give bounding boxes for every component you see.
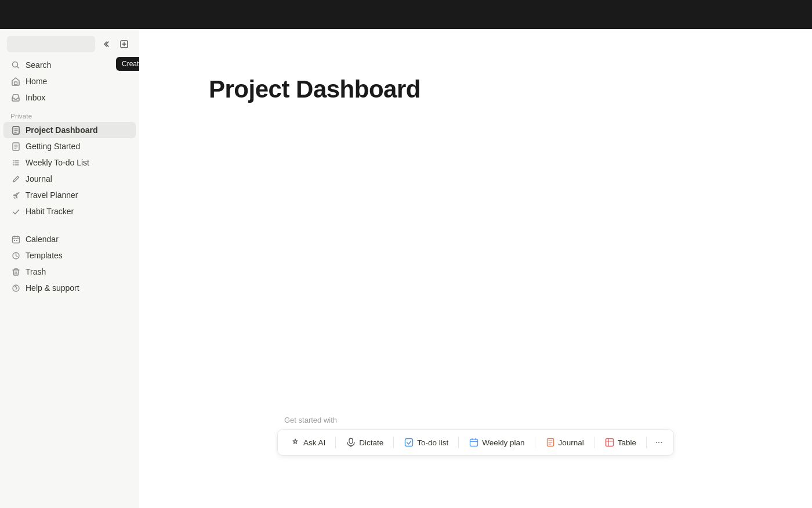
get-started-bar: Get started with Ask AI	[139, 416, 812, 462]
journal-label: Journal	[559, 438, 584, 447]
sidebar-item-trash-label: Trash	[26, 267, 46, 276]
app-container: Create a new page Search Home	[0, 29, 812, 508]
calendar-icon	[10, 234, 21, 244]
sidebar-item-travel-planner[interactable]: Travel Planner	[3, 187, 136, 203]
sidebar-item-help[interactable]: Help & support	[3, 280, 136, 296]
sidebar: Create a new page Search Home	[0, 29, 139, 508]
sidebar-item-habit-tracker-label: Habit Tracker	[26, 207, 74, 216]
quick-actions-toolbar: Ask AI Dictate	[277, 429, 674, 456]
new-page-tooltip: Create a new page	[116, 57, 139, 71]
inbox-icon	[10, 92, 21, 103]
table-button[interactable]: Table	[598, 433, 643, 452]
dictate-label: Dictate	[359, 438, 383, 447]
get-started-label: Get started with	[284, 416, 337, 424]
sidebar-item-inbox-label: Inbox	[26, 93, 45, 102]
svg-point-10	[15, 290, 16, 290]
table-label: Table	[618, 438, 636, 447]
sidebar-item-travel-planner-label: Travel Planner	[26, 190, 78, 200]
sidebar-item-habit-tracker[interactable]: Habit Tracker	[3, 203, 136, 219]
sidebar-item-help-label: Help & support	[26, 283, 79, 293]
svg-rect-11	[349, 438, 353, 444]
todo-list-label: To-do list	[417, 438, 448, 447]
sidebar-item-templates-label: Templates	[26, 251, 63, 260]
main-content: Project Dashboard Get started with Ask A…	[139, 29, 812, 508]
private-section-label: Private	[0, 106, 139, 122]
svg-rect-5	[12, 236, 19, 243]
calendar-small-icon	[469, 437, 479, 448]
search-icon	[10, 60, 21, 70]
sidebar-item-templates[interactable]: Templates	[3, 247, 136, 264]
separator-1	[335, 437, 336, 448]
sidebar-item-home[interactable]: Home	[3, 73, 136, 89]
dictate-button[interactable]: Dictate	[339, 433, 390, 452]
check-icon	[10, 206, 21, 217]
journal-icon	[545, 437, 556, 448]
svg-rect-12	[405, 439, 413, 446]
separator-3	[458, 437, 459, 448]
table-icon	[604, 437, 615, 448]
sidebar-item-weekly-todo-label: Weekly To-do List	[26, 158, 89, 167]
weekly-plan-label: Weekly plan	[482, 438, 524, 447]
svg-rect-7	[16, 240, 17, 241]
templates-icon	[10, 250, 21, 261]
sidebar-bottom: Calendar Templates Tra	[0, 231, 139, 296]
sidebar-item-home-label: Home	[26, 77, 47, 86]
sidebar-item-getting-started-label: Getting Started	[26, 142, 80, 151]
separator-4	[535, 437, 535, 448]
new-page-button[interactable]: Create a new page	[116, 36, 132, 52]
sidebar-item-getting-started[interactable]: Getting Started	[3, 138, 136, 154]
plane-icon	[10, 190, 21, 200]
more-icon: ···	[655, 437, 662, 448]
mic-icon	[346, 437, 356, 448]
checkbox-icon	[404, 437, 414, 448]
page-icon-2	[10, 141, 21, 152]
separator-2	[393, 437, 394, 448]
more-button[interactable]: ···	[650, 434, 668, 451]
sidebar-item-journal-label: Journal	[26, 174, 52, 183]
svg-rect-2	[14, 82, 17, 85]
svg-rect-6	[14, 240, 15, 241]
list-icon	[10, 157, 21, 168]
ask-ai-button[interactable]: Ask AI	[284, 433, 332, 452]
home-icon	[10, 76, 21, 87]
sidebar-item-search-label: Search	[26, 60, 51, 70]
sidebar-item-calendar[interactable]: Calendar	[3, 231, 136, 247]
ai-icon	[290, 437, 300, 448]
journal-button[interactable]: Journal	[539, 433, 590, 452]
sidebar-search-bar	[7, 36, 95, 52]
separator-6	[646, 437, 647, 448]
page-icon	[10, 125, 21, 135]
collapse-sidebar-button[interactable]	[97, 36, 114, 52]
sidebar-item-project-dashboard[interactable]: Project Dashboard	[3, 122, 136, 138]
help-icon	[10, 283, 21, 293]
page-title: Project Dashboard	[209, 75, 420, 103]
sidebar-top: Create a new page	[0, 34, 139, 57]
top-bar	[0, 0, 812, 29]
sidebar-item-trash[interactable]: Trash	[3, 264, 136, 280]
sidebar-item-journal[interactable]: Journal	[3, 171, 136, 187]
sidebar-item-weekly-todo[interactable]: Weekly To-do List	[3, 154, 136, 171]
ask-ai-label: Ask AI	[303, 438, 325, 447]
weekly-plan-button[interactable]: Weekly plan	[462, 433, 531, 452]
svg-rect-15	[606, 439, 613, 446]
trash-icon	[10, 266, 21, 277]
todo-list-button[interactable]: To-do list	[397, 433, 455, 452]
separator-5	[594, 437, 594, 448]
pencil-icon	[10, 174, 21, 184]
sidebar-item-inbox[interactable]: Inbox	[3, 89, 136, 106]
sidebar-item-calendar-label: Calendar	[26, 235, 59, 244]
svg-rect-13	[470, 439, 478, 446]
sidebar-item-project-dashboard-label: Project Dashboard	[26, 125, 97, 135]
